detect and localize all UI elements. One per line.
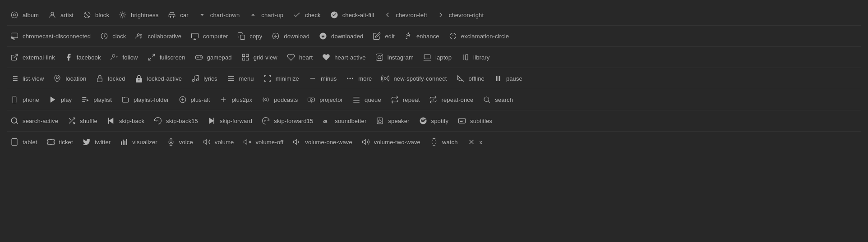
grid-view-icon xyxy=(241,53,250,61)
svg-marker-124 xyxy=(294,140,297,145)
volume-icon xyxy=(202,138,211,146)
volume-two-wave-icon xyxy=(361,138,370,146)
minus-icon xyxy=(308,74,317,82)
svg-rect-41 xyxy=(242,54,245,56)
icon-item-plus2px: plus2px xyxy=(216,92,259,107)
svg-line-13 xyxy=(125,13,125,14)
icon-item-minimize: minimize xyxy=(260,71,305,86)
icon-item-watch: watch xyxy=(427,134,464,150)
icon-grid: album artist block brightness car xyxy=(7,5,861,152)
search-active-label: search-active xyxy=(23,118,58,124)
downloaded-icon xyxy=(319,32,328,40)
icon-item-spotify: spotify xyxy=(416,113,455,128)
car-label: car xyxy=(180,12,188,18)
icon-item-instagram: instagram xyxy=(372,50,420,65)
copy-icon xyxy=(237,32,246,40)
icon-item-library: library xyxy=(458,50,496,65)
icon-item-follow: follow xyxy=(107,50,144,65)
svg-point-5 xyxy=(121,14,124,16)
icon-item-skip-forward15: 15 skip-forward15 xyxy=(259,113,319,128)
chromecast-disconnected-icon xyxy=(10,32,19,40)
icon-item-chart-up: chart-up xyxy=(246,7,290,23)
icon-item-laptop: laptop xyxy=(420,50,458,65)
minus-label: minus xyxy=(321,75,337,82)
icon-item-subtitles: subtitles xyxy=(455,113,499,128)
icon-item-clock: clock xyxy=(97,28,132,44)
download-label: download xyxy=(284,33,309,40)
icon-item-queue: queue xyxy=(349,92,388,107)
icon-row-3: external-link facebook follow fullscreen… xyxy=(7,47,861,68)
svg-point-68 xyxy=(352,78,353,79)
speaker-label: speaker xyxy=(388,118,409,124)
follow-label: follow xyxy=(123,54,138,61)
svg-point-66 xyxy=(347,78,349,79)
skip-back-label: skip-back xyxy=(119,118,144,124)
svg-rect-59 xyxy=(97,78,102,82)
chart-up-icon xyxy=(249,11,258,19)
icon-item-repeat-once: repeat-once xyxy=(426,92,480,107)
icon-item-copy: copy xyxy=(234,28,268,44)
icon-item-podcasts: podcasts xyxy=(259,92,304,107)
brightness-icon xyxy=(118,11,127,19)
enhance-label: enhance xyxy=(416,33,439,40)
x-icon xyxy=(467,138,476,146)
svg-text:15: 15 xyxy=(264,120,267,123)
skip-forward-icon xyxy=(207,117,216,125)
icon-item-voice: voice xyxy=(164,134,199,150)
gamepad-label: gamepad xyxy=(207,54,232,61)
projector-label: projector xyxy=(319,96,343,103)
svg-line-35 xyxy=(148,58,151,60)
lyrics-label: lyrics xyxy=(203,75,217,82)
menu-icon xyxy=(226,74,235,82)
chart-down-label: chart-down xyxy=(210,12,240,18)
clock-icon xyxy=(100,32,109,40)
search-active-icon xyxy=(10,117,19,125)
clock-label: clock xyxy=(112,33,126,40)
icon-row-1: album artist block brightness car xyxy=(7,5,861,26)
offline-icon xyxy=(456,74,465,82)
tablet-icon xyxy=(10,138,19,146)
svg-marker-101 xyxy=(209,118,214,124)
icon-item-chevron-right: chevron-right xyxy=(434,7,490,23)
library-icon xyxy=(461,53,470,61)
facebook-icon xyxy=(64,53,73,61)
menu-label: menu xyxy=(239,75,254,82)
svg-rect-114 xyxy=(123,140,124,145)
brightness-label: brightness xyxy=(131,12,158,18)
svg-rect-24 xyxy=(240,35,245,40)
svg-point-31 xyxy=(112,55,115,57)
gamepad-icon xyxy=(194,53,203,61)
svg-rect-70 xyxy=(496,76,497,81)
list-view-label: list-view xyxy=(23,75,44,82)
chevron-right-icon xyxy=(436,11,445,19)
svg-line-34 xyxy=(152,54,154,56)
svg-point-84 xyxy=(265,99,267,101)
projector-icon xyxy=(307,96,316,104)
chromecast-disconnected-label: chromecast-disconnected xyxy=(23,33,91,40)
icon-item-downloaded: downloaded xyxy=(316,28,369,44)
grid-view-label: grid-view xyxy=(254,54,277,61)
phone-label: phone xyxy=(23,96,39,103)
icon-item-volume-off: volume-off xyxy=(240,134,290,150)
pause-icon xyxy=(494,74,503,82)
phone-icon xyxy=(10,96,19,104)
icon-item-location: location xyxy=(50,71,92,86)
icon-item-volume-two-wave: volume-two-wave xyxy=(359,134,427,150)
svg-line-11 xyxy=(125,17,125,18)
locked-label: locked xyxy=(108,75,125,82)
queue-label: queue xyxy=(365,96,381,103)
icon-item-volume-one-wave: volume-one-wave xyxy=(290,134,359,150)
svg-rect-43 xyxy=(242,58,245,60)
svg-marker-120 xyxy=(203,140,206,145)
plus2px-label: plus2px xyxy=(231,96,252,103)
downloaded-label: downloaded xyxy=(331,33,363,40)
artist-label: artist xyxy=(60,12,74,18)
more-label: more xyxy=(358,75,372,82)
icon-item-soundbetter: dB soundbetter xyxy=(319,113,373,128)
icon-item-album: album xyxy=(7,7,45,23)
podcasts-label: podcasts xyxy=(274,96,298,103)
repeat-once-icon xyxy=(429,96,438,104)
shuffle-label: shuffle xyxy=(80,118,97,124)
icon-item-enhance: enhance xyxy=(401,28,446,44)
subtitles-icon xyxy=(457,117,466,125)
